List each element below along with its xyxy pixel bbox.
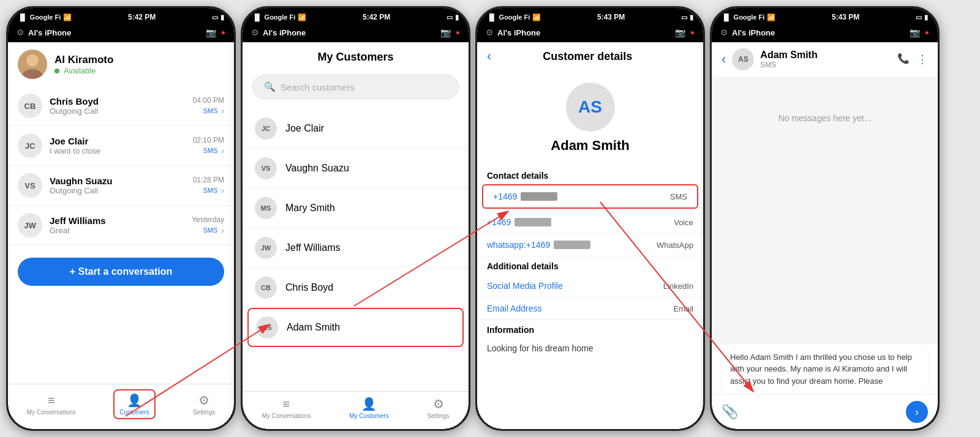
user-info: Al Kiramoto Available (55, 54, 224, 75)
contact-avatar-vs: VS (18, 173, 42, 198)
customer-item-jw[interactable]: JW Jeff Williams (243, 228, 469, 268)
contact-row-whatsapp[interactable]: whatsapp:+1469 WhatsApp (477, 234, 703, 256)
customer-name: Mary Smith (285, 203, 335, 214)
customer-name: Joe Clair (285, 123, 324, 134)
contact-info-jc: Joe Clair I want to close (50, 136, 186, 155)
phone-1: ▐▌ Google Fi 📶 5:42 PM ▭ ▮ ⚙ Al's iPhone… (6, 6, 236, 431)
redacted-number (521, 192, 557, 201)
information-text: Looking for his dream home (477, 338, 703, 358)
user-status: Available (55, 66, 224, 75)
customer-avatar: JW (255, 237, 277, 259)
settings-gear-icon[interactable]: ⚙ (720, 28, 728, 37)
status-dot (55, 69, 59, 73)
contact-time: 04:00 PM (193, 96, 224, 105)
contact-name: Chris Boyd (50, 96, 186, 106)
contact-sub: Great (50, 226, 184, 235)
contact-row-sms[interactable]: +1469 SMS (482, 184, 698, 209)
contact-meta-jc: 02:10 PM SMS › (193, 136, 224, 155)
signal-icon: ▐▌ (252, 13, 262, 21)
record-icon[interactable]: ● (690, 28, 695, 37)
channel-label-sms: SMS (670, 192, 687, 201)
contact-row-voice[interactable]: +1469 Voice (477, 211, 703, 234)
screen-content-3: ‹ Customer details AS Adam Smith Contact… (477, 42, 703, 429)
contact-info-cb: Chris Boyd Outgoing Call (50, 96, 186, 116)
conversations-icon: ≡ (48, 394, 55, 408)
bottom-nav-1: ≡ My Conversations 👤 Customers ⚙ Setting… (8, 384, 234, 429)
contact-meta-jw: Yesterday SMS › (192, 215, 224, 235)
customer-item-vs[interactable]: VS Vaughn Suazu (243, 149, 469, 189)
contact-item[interactable]: VS Vaughn Suazu Outgoing Call 01:28 PM S… (8, 166, 234, 206)
start-conversation-button[interactable]: + Start a conversation (18, 258, 224, 286)
channel-label-whatsapp: WhatsApp (657, 241, 693, 250)
contact-item[interactable]: JW Jeff Williams Great Yesterday SMS › (8, 206, 234, 245)
customer-item-jc[interactable]: JC Joe Clair (243, 109, 469, 149)
send-button[interactable]: › (906, 401, 928, 423)
settings-gear-icon[interactable]: ⚙ (17, 28, 24, 37)
social-media-profile-link[interactable]: Social Media Profile (487, 281, 563, 291)
device-name-4: Al's iPhone (732, 28, 775, 37)
contact-channel: SMS (760, 61, 891, 69)
nav-item-my-customers[interactable]: 👤 My Customers (349, 397, 388, 419)
camera-icon[interactable]: 📷 (910, 28, 920, 37)
more-options-icon[interactable]: ⋮ (917, 53, 928, 66)
customers-title: My Customers (243, 42, 469, 70)
message-input[interactable] (744, 407, 900, 417)
phone-icon[interactable]: 📞 (897, 53, 910, 66)
email-address-link[interactable]: Email Address (487, 304, 541, 313)
attach-icon[interactable]: 📎 (722, 404, 738, 420)
contact-item[interactable]: CB Chris Boyd Outgoing Call 04:00 PM SMS… (8, 86, 234, 126)
nav-item-settings[interactable]: ⚙ Settings (427, 397, 449, 419)
chevron-right-icon: › (221, 185, 224, 195)
customer-item-ms[interactable]: MS Mary Smith (243, 189, 469, 228)
phone-whatsapp: whatsapp:+1469 (487, 240, 590, 250)
contact-info-jw: Jeff Williams Great (50, 215, 184, 235)
bottom-nav-2: ≡ My Conversations 👤 My Customers ⚙ Sett… (243, 391, 469, 429)
settings-gear-icon[interactable]: ⚙ (486, 28, 494, 37)
customer-avatar: CB (255, 277, 277, 299)
customers-icon: 👤 (361, 397, 377, 411)
wifi-icon: 📶 (63, 13, 72, 21)
record-icon[interactable]: ● (456, 28, 460, 37)
search-box[interactable]: 🔍 Search customers (252, 75, 459, 99)
contact-meta-cb: 04:00 PM SMS › (193, 96, 224, 116)
contact-meta-vs: 01:28 PM SMS › (193, 176, 224, 195)
wifi-icon: 📶 (532, 13, 541, 21)
additional-row-linkedin[interactable]: Social Media Profile LinkedIn (477, 275, 703, 297)
screen-icon: ▭ (916, 13, 922, 21)
back-button[interactable]: ‹ (722, 51, 726, 67)
customer-item-as[interactable]: AS Adam Smith (247, 308, 464, 347)
contact-item[interactable]: JC Joe Clair I want to close 02:10 PM SM… (8, 126, 234, 166)
phone-voice: +1469 (487, 217, 551, 227)
channel-label-linkedin: LinkedIn (663, 282, 693, 291)
contact-info-vs: Vaughn Suazu Outgoing Call (50, 176, 186, 195)
customer-name: Chris Boyd (285, 282, 333, 293)
camera-icon[interactable]: 📷 (206, 28, 216, 37)
phone-4: ▐▌ Google Fi 📶 5:43 PM ▭ ▮ ⚙ Al's iPhone… (710, 6, 940, 431)
settings-gear-icon[interactable]: ⚙ (251, 28, 259, 37)
search-icon: 🔍 (264, 81, 276, 92)
avatar (18, 50, 47, 79)
record-icon[interactable]: ● (221, 28, 225, 37)
chat-actions: 📞 ⋮ (897, 53, 928, 66)
status-battery-1: ▭ ▮ (212, 13, 224, 21)
customer-avatar-large: AS (566, 83, 615, 132)
phone-3: ▐▌ Google Fi 📶 5:43 PM ▭ ▮ ⚙ Al's iPhone… (475, 6, 705, 431)
camera-icon[interactable]: 📷 (440, 28, 451, 37)
device-name-2: Al's iPhone (263, 28, 306, 37)
additional-row-email[interactable]: Email Address Email (477, 297, 703, 320)
customer-item-cb[interactable]: CB Chris Boyd (243, 268, 469, 308)
contact-avatar-jc: JC (18, 133, 42, 158)
record-icon[interactable]: ● (925, 28, 929, 37)
camera-icon[interactable]: 📷 (675, 28, 685, 37)
title-bar-1: ⚙ Al's iPhone 📷 ● (8, 24, 234, 42)
nav-item-my-conversations[interactable]: ≡ My Conversations (27, 394, 76, 416)
screen-icon: ▭ (681, 13, 687, 21)
nav-item-my-customers[interactable]: 👤 Customers (113, 389, 155, 419)
contact-details-section: Contact details (477, 166, 703, 184)
contact-name: Adam Smith (760, 50, 891, 61)
screen-content-2: My Customers 🔍 Search customers JC Joe C… (243, 42, 469, 391)
back-button[interactable]: ‹ (487, 48, 491, 64)
nav-item-my-conversations[interactable]: ≡ My Conversations (262, 397, 311, 419)
nav-label: Settings (193, 409, 215, 416)
nav-item-settings[interactable]: ⚙ Settings (193, 393, 215, 416)
